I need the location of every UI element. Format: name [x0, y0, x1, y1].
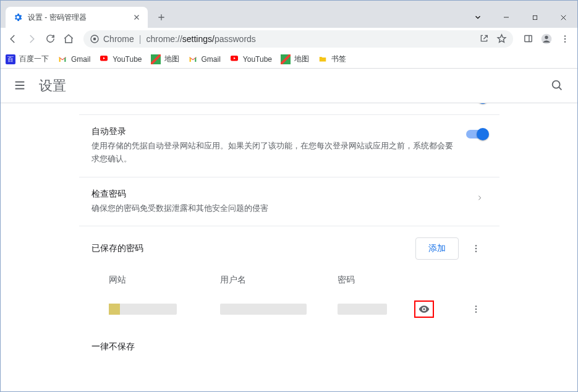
chevron-down-icon[interactable] — [464, 8, 492, 27]
maps-icon — [281, 54, 291, 64]
side-panel-icon[interactable] — [519, 30, 537, 48]
auto-signin-toggle[interactable] — [466, 130, 487, 138]
svg-point-19 — [475, 309, 476, 310]
check-passwords-row[interactable]: 检查密码 确保您的密码免受数据泄露和其他安全问题的侵害 — [79, 177, 499, 227]
svg-point-17 — [423, 309, 425, 310]
content-scroll[interactable]: 提示保存密码 自动登录 使用存储的凭据自动登录网站和应用。如果关闭了该功能，在您… — [1, 103, 577, 391]
bookmarks-bar: 百百度一下 Gmail YouTube 地图 Gmail YouTube 地图 … — [1, 50, 577, 69]
address-bar[interactable]: Chrome | chrome://settings/passwords — [83, 30, 513, 48]
check-passwords-desc: 确保您的密码免受数据泄露和其他安全问题的侵害 — [91, 202, 460, 215]
svg-point-7 — [564, 38, 566, 39]
password-row-menu[interactable] — [465, 298, 487, 320]
bookmark-folder[interactable]: 书签 — [318, 54, 346, 64]
url-separator: | — [139, 34, 142, 44]
window-controls — [464, 7, 577, 28]
bookmark-baidu[interactable]: 百百度一下 — [6, 54, 49, 64]
profile-icon[interactable] — [538, 30, 555, 48]
svg-point-8 — [564, 41, 566, 42]
bookmark-gmail[interactable]: Gmail — [57, 54, 90, 64]
add-password-button[interactable]: 添加 — [415, 237, 459, 260]
svg-point-14 — [475, 245, 476, 247]
highlight-box — [414, 300, 434, 318]
auto-signin-desc: 使用存储的凭据自动登录网站和应用。如果关闭了该功能，在您每次登录网站或应用之前，… — [91, 140, 454, 166]
auto-signin-row: 自动登录 使用存储的凭据自动登录网站和应用。如果关闭了该功能，在您每次登录网站或… — [79, 115, 499, 177]
gear-icon — [13, 12, 23, 22]
toolbar: Chrome | chrome://settings/passwords — [1, 28, 577, 50]
titlebar: 设置 - 密码管理器 — [1, 1, 577, 28]
maximize-button[interactable] — [521, 8, 549, 27]
svg-point-15 — [475, 248, 476, 249]
forward-button — [23, 30, 40, 48]
svg-point-16 — [475, 251, 476, 252]
content-area: 提示保存密码 自动登录 使用存储的凭据自动登录网站和应用。如果关闭了该功能，在您… — [1, 103, 577, 391]
chevron-right-icon — [472, 194, 487, 202]
page-title: 设置 — [39, 77, 66, 95]
url-host: Chrome — [103, 34, 134, 44]
svg-rect-0 — [533, 15, 537, 19]
password-cell — [338, 304, 387, 315]
url-tail: passwords — [215, 34, 256, 44]
bookmark-maps-2[interactable]: 地图 — [281, 54, 309, 64]
password-columns: 网站 用户名 密码 — [79, 266, 499, 292]
passwords-card: 提示保存密码 自动登录 使用存储的凭据自动登录网站和应用。如果关闭了该功能，在您… — [79, 103, 499, 367]
saved-passwords-header: 已保存的密码 添加 — [79, 226, 499, 266]
col-user: 用户名 — [220, 275, 338, 286]
bookmark-youtube-2[interactable]: YouTube — [229, 54, 272, 64]
baidu-icon: 百 — [6, 54, 15, 64]
browser-window: 设置 - 密码管理器 Chrome | chrome://sett — [0, 0, 578, 392]
close-window-button[interactable] — [549, 8, 577, 27]
maps-icon — [151, 54, 161, 64]
svg-point-5 — [545, 35, 548, 38]
hamburger-icon[interactable] — [13, 79, 28, 93]
new-tab-button[interactable] — [153, 9, 170, 26]
youtube-icon — [99, 54, 109, 64]
chrome-icon: Chrome — [90, 34, 134, 44]
chrome-menu-icon[interactable] — [556, 30, 574, 48]
close-icon[interactable] — [132, 12, 142, 22]
saved-passwords-title: 已保存的密码 — [91, 243, 415, 254]
reload-button[interactable] — [41, 30, 59, 48]
col-password: 密码 — [338, 275, 412, 286]
url-prefix: chrome:// — [146, 34, 182, 44]
gmail-icon — [57, 54, 67, 64]
svg-point-20 — [475, 312, 476, 313]
bookmark-youtube[interactable]: YouTube — [99, 54, 142, 64]
folder-icon — [318, 54, 328, 64]
site-cell[interactable] — [109, 304, 177, 315]
share-icon[interactable] — [479, 33, 489, 44]
password-row — [79, 292, 499, 326]
auto-signin-title: 自动登录 — [91, 126, 454, 137]
url-mid: settings/ — [182, 34, 215, 44]
svg-point-18 — [475, 306, 476, 307]
check-passwords-title: 检查密码 — [91, 189, 460, 200]
youtube-icon — [229, 54, 239, 64]
browser-tab[interactable]: 设置 - 密码管理器 — [6, 7, 148, 28]
never-save-heading: 一律不保存 — [79, 326, 499, 377]
user-cell — [220, 304, 307, 315]
svg-point-6 — [564, 35, 566, 36]
bookmark-star-icon[interactable] — [496, 33, 507, 44]
svg-rect-3 — [524, 36, 531, 42]
tab-title: 设置 - 密码管理器 — [28, 12, 132, 23]
gmail-icon — [188, 54, 198, 64]
back-button[interactable] — [4, 30, 22, 48]
offer-save-row: 提示保存密码 — [79, 103, 499, 115]
show-password-icon[interactable] — [418, 303, 430, 315]
bookmark-maps[interactable]: 地图 — [151, 54, 179, 64]
settings-header: 设置 — [1, 69, 577, 103]
svg-point-13 — [553, 80, 560, 88]
search-icon[interactable] — [550, 79, 565, 93]
minimize-button[interactable] — [492, 8, 521, 27]
svg-point-2 — [93, 37, 96, 40]
saved-passwords-menu[interactable] — [465, 237, 487, 260]
bookmark-gmail-2[interactable]: Gmail — [188, 54, 221, 64]
home-button[interactable] — [60, 30, 77, 48]
col-site: 网站 — [109, 275, 220, 286]
